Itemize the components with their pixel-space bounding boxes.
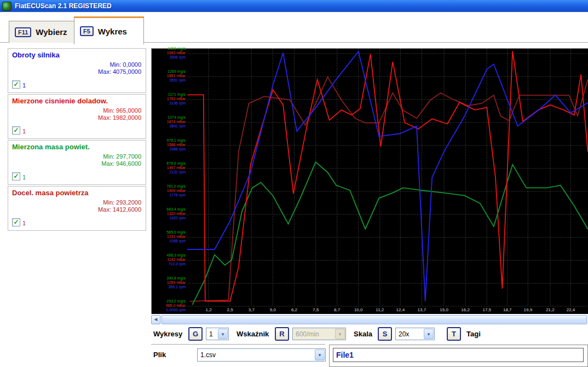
y-axis-label-group: 1074 mg/s1674 mBar2841 rpm — [153, 115, 186, 129]
x-axis-tick: 21,2 — [546, 307, 555, 312]
channel-max-value: Max: 1412,6000 — [98, 206, 141, 213]
x-axis-tick: 8,7 — [334, 307, 340, 312]
chevron-down-icon[interactable]: ▼ — [218, 329, 228, 339]
wskaznik-label: Wskaźnik — [237, 330, 269, 338]
x-axis-tick: 22,4 — [567, 307, 575, 312]
chevron-down-icon[interactable]: ▼ — [424, 329, 434, 339]
tab-wykres[interactable]: F5 Wykres — [74, 16, 144, 44]
tab-wybierz[interactable]: F11 Wybierz — [9, 21, 77, 43]
wskaznik-select: 600/min ▼ — [292, 328, 346, 340]
channel-title: Docel. masa powietrza — [12, 189, 88, 197]
wskaznik-select-value: 600/min — [296, 330, 319, 338]
channel-min-value: Min: 0,0000 — [110, 61, 141, 68]
fkey-badge-f11: F11 — [15, 27, 31, 37]
x-axis-tick: 6,2 — [291, 307, 297, 312]
x-axis-tick: 18,7 — [503, 307, 512, 312]
channel-checkbox[interactable]: ✓ — [12, 126, 20, 135]
channel-max-value: Max: 4075,0000 — [98, 68, 141, 75]
scrollbar-thumb[interactable] — [162, 315, 587, 324]
channel-min-value: Min: 293,2000 — [103, 199, 141, 206]
scroll-left-arrow-icon[interactable]: ◄ — [151, 315, 160, 324]
x-axis-tick: 15,0 — [440, 307, 448, 312]
series-mg/s — [190, 77, 588, 301]
channel-card: Mierzona masa powiet. Min: 297,7000 Max:… — [8, 140, 146, 185]
s-hotkey-button[interactable]: S — [378, 327, 392, 341]
file-name-panel: File1 — [329, 345, 588, 367]
wykresy-select[interactable]: 1 ▼ — [206, 328, 229, 340]
x-axis-tick: 16,2 — [461, 307, 470, 312]
chart-canvas — [187, 49, 588, 307]
chart-panel: 1366 mg/s1943 mBar3906 rpm1269 mg/s1851 … — [151, 48, 588, 314]
toolbar-divider — [151, 344, 325, 345]
channel-card: Obroty silnika Min: 0,0000 Max: 4075,000… — [8, 48, 146, 93]
title-bar: FiatECUScan 2.1 REGISTERED — [0, 0, 588, 12]
x-axis-tick: 17,5 — [482, 307, 491, 312]
x-axis-tick: 5,0 — [270, 307, 276, 312]
y-axis-label-group: 878,6 mg/s1497 mBar2131 rpm — [153, 161, 186, 174]
x-axis-tick: 13,7 — [418, 307, 426, 312]
x-axis-tick: 10,0 — [354, 307, 363, 312]
x-axis-tick: 1,2 — [206, 307, 212, 312]
y-axis-label-group: 488,3 mg/s1142 mBar710,3 rpm — [153, 253, 186, 266]
y-axis-label-group: 781,0 mg/s1409 mBar1776 rpm — [153, 184, 186, 197]
y-axis-label-group: 1366 mg/s1943 mBar3906 rpm — [153, 46, 186, 60]
plik-label: Plik — [153, 351, 166, 359]
y-axis-label-group: 390,8 mg/s1054 mBar355,1 rpm — [153, 276, 186, 289]
x-axis-tick: 19,9 — [524, 307, 533, 312]
channel-card: Docel. masa powietrza Min: 293,2000 Max:… — [8, 186, 146, 231]
window-title: FiatECUScan 2.1 REGISTERED — [15, 2, 112, 10]
x-axis-tick-labels: 1,22,53,75,06,27,58,710,011,212,413,715,… — [187, 307, 588, 314]
channel-title: Mierzona masa powiet. — [12, 143, 90, 151]
skala-label: Skala — [354, 330, 372, 338]
tab-wykres-label: Wykres — [98, 27, 127, 36]
x-axis-tick: 2,5 — [227, 307, 233, 312]
channel-checkbox-label: 1 — [22, 174, 26, 180]
wykresy-label: Wykresy — [153, 330, 182, 338]
x-axis-tick: 3,7 — [249, 307, 255, 312]
channel-max-value: Max: 946,6000 — [101, 160, 141, 167]
file-name-field[interactable]: File1 — [333, 348, 584, 362]
y-axis-label-group: 976,1 mg/s1586 mBar2486 rpm — [153, 138, 186, 152]
chart-plot-area[interactable] — [187, 49, 588, 307]
channel-title: Mierzone cisnienie doladow. — [12, 97, 108, 105]
channel-checkbox[interactable]: ✓ — [12, 80, 20, 89]
y-axis-label-group: 683,4 mg/s1320 mBar1420 rpm — [153, 207, 186, 220]
chevron-down-icon[interactable]: ▼ — [315, 349, 325, 360]
channel-card: Mierzone cisnienie doladow. Min: 965,000… — [8, 94, 146, 139]
t-hotkey-button[interactable]: T — [447, 327, 461, 341]
chart-horizontal-scrollbar[interactable]: ◄ — [151, 315, 588, 324]
plik-select-value: 1.csv — [200, 351, 216, 359]
x-axis-tick: 7,5 — [313, 307, 319, 312]
g-hotkey-button[interactable]: G — [188, 327, 203, 341]
channel-checkbox-label: 1 — [22, 220, 26, 226]
y-axis-label-group: 293,2 mg/s965,0 mBar0,0000 rpm — [153, 299, 186, 312]
y-axis-labels: 1366 mg/s1943 mBar3906 rpm1269 mg/s1851 … — [152, 49, 187, 307]
r-hotkey-button[interactable]: R — [275, 327, 289, 341]
channel-title: Obroty silnika — [12, 51, 60, 59]
channel-checkbox-label: 1 — [22, 82, 26, 89]
skala-select[interactable]: 20x ▼ — [395, 328, 435, 340]
fkey-badge-f5: F5 — [80, 26, 94, 36]
chevron-down-icon: ▼ — [335, 329, 345, 339]
wykresy-select-value: 1 — [209, 330, 213, 338]
channel-checkbox[interactable]: ✓ — [12, 172, 20, 180]
skala-select-value: 20x — [399, 330, 409, 338]
x-axis-tick: 12,4 — [396, 307, 405, 312]
tagi-label: Tagi — [466, 330, 481, 338]
file-name-value: File1 — [336, 351, 354, 359]
channel-min-value: Min: 965,0000 — [103, 107, 141, 114]
app-icon — [2, 2, 11, 11]
y-axis-label-group: 1269 mg/s1851 mBar3551 rpm — [153, 69, 186, 83]
x-axis-tick: 11,2 — [376, 307, 384, 312]
channel-checkbox-label: 1 — [22, 128, 26, 135]
y-axis-label-group: 1171 mg/s1763 mBar3196 rpm — [153, 92, 186, 106]
channel-checkbox[interactable]: ✓ — [12, 218, 20, 226]
channel-min-value: Min: 297,7000 — [103, 153, 141, 160]
y-axis-label-group: 585,9 mg/s1231 mBar1065 rpm — [153, 230, 186, 243]
plik-select[interactable]: 1.csv ▼ — [197, 348, 326, 362]
channel-max-value: Max: 1982,0000 — [98, 114, 141, 121]
tab-wybierz-label: Wybierz — [36, 27, 67, 37]
